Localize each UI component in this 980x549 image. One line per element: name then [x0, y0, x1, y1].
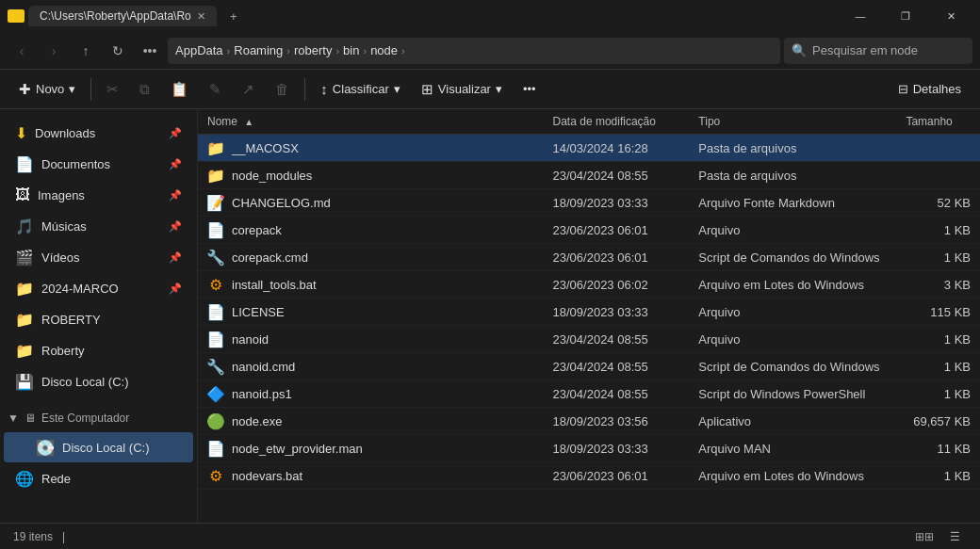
- new-dropdown-icon: ▾: [69, 82, 75, 96]
- table-row[interactable]: 📄 node_etw_provider.man 18/09/2023 03:33…: [198, 435, 980, 462]
- sidebar-item-label: Downloads: [35, 126, 95, 140]
- breadcrumb-sep-5: ›: [401, 45, 405, 57]
- file-icon: ⚙: [207, 467, 224, 484]
- this-computer-header[interactable]: ▼ 🖥 Este Computador: [0, 405, 197, 431]
- rename-btn[interactable]: ✎: [200, 74, 231, 105]
- breadcrumb-bar[interactable]: AppData › Roaming › roberty › bin › node…: [168, 38, 780, 64]
- details-btn[interactable]: ⊟ Detalhes: [889, 74, 971, 105]
- breadcrumb-roberty[interactable]: roberty: [294, 43, 332, 57]
- file-date: 23/04/2024 08:55: [544, 380, 690, 408]
- file-type: Arquivo MAN: [689, 435, 896, 462]
- file-name-cell: ⚙ install_tools.bat: [198, 271, 544, 299]
- sidebar-item-roberty[interactable]: 📁 Roberty: [4, 335, 193, 365]
- view-label: Visualizar: [438, 82, 491, 96]
- delete-icon: 🗑: [275, 81, 289, 97]
- active-tab[interactable]: C:\Users\Roberty\AppData\Ro ✕: [28, 6, 217, 26]
- file-table-header: Nome ▲ Data de modificação Tipo Tamanho: [198, 109, 980, 135]
- rename-icon: ✎: [209, 81, 221, 98]
- paste-btn[interactable]: 📋: [161, 74, 198, 105]
- sidebar-item-label: Vídeos: [41, 250, 79, 265]
- sidebar-item-imagens[interactable]: 🖼 Imagens 📌: [4, 180, 193, 210]
- list-view-btn[interactable]: ☰: [942, 526, 967, 547]
- file-name-cell: 📄 node_etw_provider.man: [198, 435, 544, 462]
- back-btn[interactable]: ‹: [8, 38, 36, 64]
- sidebar-item-label: ROBERTY: [41, 313, 101, 327]
- file-name: corepack: [232, 223, 282, 237]
- minimize-btn[interactable]: —: [839, 0, 882, 32]
- rede-icon: 🌐: [15, 470, 34, 488]
- copy-btn[interactable]: ⧉: [130, 74, 159, 105]
- sort-btn[interactable]: ↕ Classificar ▾: [311, 74, 409, 105]
- forward-btn[interactable]: ›: [40, 38, 68, 64]
- file-date: 23/04/2024 08:55: [544, 353, 690, 380]
- file-icon: 📄: [207, 440, 224, 457]
- table-row[interactable]: 🔧 corepack.cmd 23/06/2023 06:01 Script d…: [198, 244, 980, 271]
- sidebar-item-disco-c[interactable]: 💾 Disco Local (C:): [4, 366, 193, 396]
- file-size: 1 KB: [896, 380, 980, 408]
- file-name: nanoid.cmd: [232, 360, 295, 374]
- col-header-date[interactable]: Data de modificação: [544, 109, 690, 135]
- sidebar-item-rede[interactable]: 🌐 Rede: [4, 463, 193, 493]
- share-btn[interactable]: ↗: [233, 74, 264, 105]
- table-row[interactable]: 🔷 nanoid.ps1 23/04/2024 08:55 Script do …: [198, 380, 980, 408]
- table-row[interactable]: ⚙ install_tools.bat 23/06/2023 06:02 Arq…: [198, 271, 980, 299]
- sidebar-item-disco-local[interactable]: 💽 Disco Local (C:): [4, 432, 193, 462]
- close-btn[interactable]: ✕: [929, 0, 972, 32]
- status-sep: |: [62, 530, 65, 543]
- sidebar-item-musicas[interactable]: 🎵 Músicas 📌: [4, 211, 193, 241]
- breadcrumb-roaming[interactable]: Roaming: [234, 43, 283, 57]
- view-btn[interactable]: ⊞ Visualizar ▾: [412, 74, 512, 105]
- file-name: nanoid.ps1: [232, 387, 292, 401]
- up-btn[interactable]: ↑: [72, 38, 100, 64]
- table-row[interactable]: 🔧 nanoid.cmd 23/04/2024 08:55 Script de …: [198, 353, 980, 380]
- col-header-name[interactable]: Nome ▲: [198, 109, 544, 135]
- imagens-icon: 🖼: [15, 186, 30, 203]
- table-row[interactable]: 📄 nanoid 23/04/2024 08:55 Arquivo 1 KB: [198, 326, 980, 353]
- share-icon: ↗: [242, 81, 254, 98]
- new-btn[interactable]: ✚ Novo ▾: [9, 74, 85, 105]
- table-row[interactable]: 📁 node_modules 23/04/2024 08:55 Pasta de…: [198, 162, 980, 189]
- cut-btn[interactable]: ✂: [97, 74, 128, 105]
- col-header-type[interactable]: Tipo: [689, 109, 896, 135]
- table-row[interactable]: 🟢 node.exe 18/09/2023 03:56 Aplicativo 6…: [198, 408, 980, 435]
- expand-icon: ▼: [8, 412, 19, 425]
- sidebar-item-downloads[interactable]: ⬇ Downloads 📌: [4, 118, 193, 148]
- file-icon: ⚙: [207, 276, 224, 293]
- breadcrumb-node[interactable]: node: [370, 43, 398, 57]
- table-row[interactable]: 📁 __MACOSX 14/03/2024 16:28 Pasta de arq…: [198, 135, 980, 162]
- breadcrumb-bin[interactable]: bin: [343, 43, 359, 57]
- breadcrumb-appdata[interactable]: AppData: [175, 43, 223, 57]
- maximize-btn[interactable]: ❐: [884, 0, 927, 32]
- col-header-size[interactable]: Tamanho: [896, 109, 980, 135]
- sort-asc-icon: ▲: [244, 117, 253, 127]
- sidebar-item-label: Músicas: [41, 219, 87, 234]
- file-size: [896, 162, 980, 189]
- file-name-cell: 📄 nanoid: [198, 326, 544, 353]
- delete-btn[interactable]: 🗑: [266, 74, 299, 105]
- sidebar-item-2024marco[interactable]: 📁 2024-MARCO 📌: [4, 273, 193, 303]
- sort-label: Classificar: [333, 82, 389, 96]
- file-area[interactable]: Nome ▲ Data de modificação Tipo Tamanho …: [198, 109, 980, 523]
- new-tab-btn[interactable]: +: [220, 5, 247, 27]
- sidebar-item-roberty-upper[interactable]: 📁 ROBERTY: [4, 304, 193, 334]
- table-row[interactable]: 📄 LICENSE 18/09/2023 03:33 Arquivo 115 K…: [198, 299, 980, 326]
- more-nav-btn[interactable]: •••: [136, 38, 164, 64]
- file-type: Arquivo: [689, 299, 896, 326]
- more-toolbar-btn[interactable]: •••: [514, 74, 546, 105]
- table-row[interactable]: 📝 CHANGELOG.md 18/09/2023 03:33 Arquivo …: [198, 189, 980, 217]
- sidebar-item-label: 2024-MARCO: [41, 282, 119, 296]
- address-bar: ‹ › ↑ ↻ ••• AppData › Roaming › roberty …: [0, 32, 980, 70]
- sidebar-item-videos[interactable]: 🎬 Vídeos 📌: [4, 242, 193, 272]
- table-row[interactable]: 📄 corepack 23/06/2023 06:01 Arquivo 1 KB: [198, 217, 980, 244]
- grid-view-btn[interactable]: ⊞⊞: [912, 526, 937, 547]
- refresh-btn[interactable]: ↻: [104, 38, 132, 64]
- roberty-upper-icon: 📁: [15, 311, 34, 329]
- tab-close-btn[interactable]: ✕: [197, 10, 205, 23]
- sidebar-item-documentos[interactable]: 📄 Documentos 📌: [4, 149, 193, 179]
- file-type: Arquivo em Lotes do Windows: [689, 462, 896, 490]
- file-name: node_modules: [232, 169, 312, 183]
- more-icon: •••: [523, 82, 536, 96]
- file-icon: 📄: [207, 221, 224, 238]
- search-bar[interactable]: 🔍 Pesquisar em node: [784, 38, 972, 64]
- table-row[interactable]: ⚙ nodevars.bat 23/06/2023 06:01 Arquivo …: [198, 462, 980, 490]
